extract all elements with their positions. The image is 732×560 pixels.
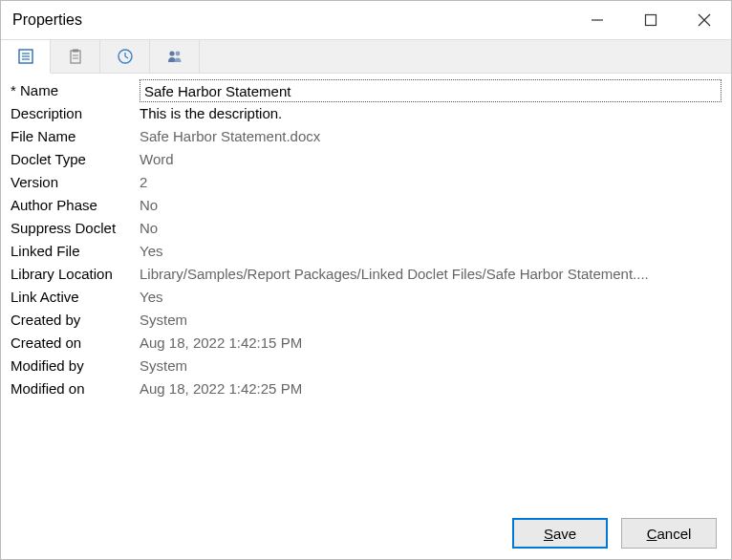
linkactive-value: Yes [140,286,721,309]
clipboard-icon [67,48,84,65]
minimize-icon [591,13,604,27]
description-label: Description [11,102,140,125]
createdon-value: Aug 18, 2022 1:42:15 PM [140,332,721,355]
doclettype-value: Word [140,148,721,171]
field-librarylocation: Library Location Library/Samples/Report … [11,263,721,286]
modifiedon-label: Modified on [11,377,140,400]
version-value: 2 [140,171,721,194]
description-value: This is the description. [140,102,721,125]
modifiedby-label: Modified by [11,355,140,377]
close-button[interactable] [678,1,731,39]
filename-value: Safe Harbor Statement.docx [140,125,721,148]
suppressdoclet-label: Suppress Doclet [11,217,140,240]
version-label: Version [11,171,140,194]
librarylocation-value: Library/Samples/Report Packages/Linked D… [140,263,721,286]
field-filename: File Name Safe Harbor Statement.docx [11,125,721,148]
window-controls [571,1,731,39]
tab-properties[interactable] [1,40,51,74]
svg-rect-8 [71,51,80,63]
field-description: Description This is the description. [11,102,721,125]
createdon-label: Created on [11,332,140,355]
field-createdon: Created on Aug 18, 2022 1:42:15 PM [11,332,721,355]
filename-label: File Name [11,125,140,148]
field-suppressdoclet: Suppress Doclet No [11,217,721,240]
properties-icon [17,48,34,65]
field-version: Version 2 [11,171,721,194]
maximize-icon [644,13,657,27]
titlebar: Properties [1,1,731,39]
linkedfile-value: Yes [140,240,721,263]
field-modifiedby: Modified by System [11,355,721,377]
name-label: * Name [11,79,140,102]
minimize-button[interactable] [571,1,624,39]
createdby-label: Created by [11,309,140,332]
doclettype-label: Doclet Type [11,148,140,171]
maximize-button[interactable] [624,1,678,39]
field-modifiedon: Modified on Aug 18, 2022 1:42:25 PM [11,377,721,400]
name-input[interactable] [140,79,721,102]
authorphase-value: No [140,194,721,217]
tab-users[interactable] [150,40,200,73]
tab-history[interactable] [100,40,150,73]
properties-panel: * Name Description This is the descripti… [1,74,731,400]
users-icon [165,48,184,65]
createdby-value: System [140,309,721,332]
clock-icon [117,48,134,65]
field-linkedfile: Linked File Yes [11,240,721,263]
suppressdoclet-value: No [140,217,721,240]
save-button[interactable]: Save [512,518,608,549]
modifiedon-value: Aug 18, 2022 1:42:25 PM [140,377,721,400]
field-name: * Name [11,79,721,102]
linkedfile-label: Linked File [11,240,140,263]
tabstrip [1,39,731,74]
field-linkactive: Link Active Yes [11,286,721,309]
svg-rect-9 [73,50,78,53]
svg-point-15 [169,51,174,55]
authorphase-label: Author Phase [11,194,140,217]
svg-rect-1 [646,15,657,26]
field-authorphase: Author Phase No [11,194,721,217]
window-title: Properties [12,11,571,29]
field-createdby: Created by System [11,309,721,332]
cancel-button[interactable]: Cancel [621,518,717,549]
svg-line-14 [125,56,128,58]
librarylocation-label: Library Location [11,263,140,286]
dialog-footer: Save Cancel [512,518,717,549]
cancel-rest: ancel [657,526,691,542]
modifiedby-value: System [140,355,721,377]
close-icon [698,13,711,27]
linkactive-label: Link Active [11,286,140,309]
save-rest: ave [553,526,576,542]
svg-point-16 [175,52,180,56]
field-doclettype: Doclet Type Word [11,148,721,171]
tab-clipboard[interactable] [51,40,100,73]
